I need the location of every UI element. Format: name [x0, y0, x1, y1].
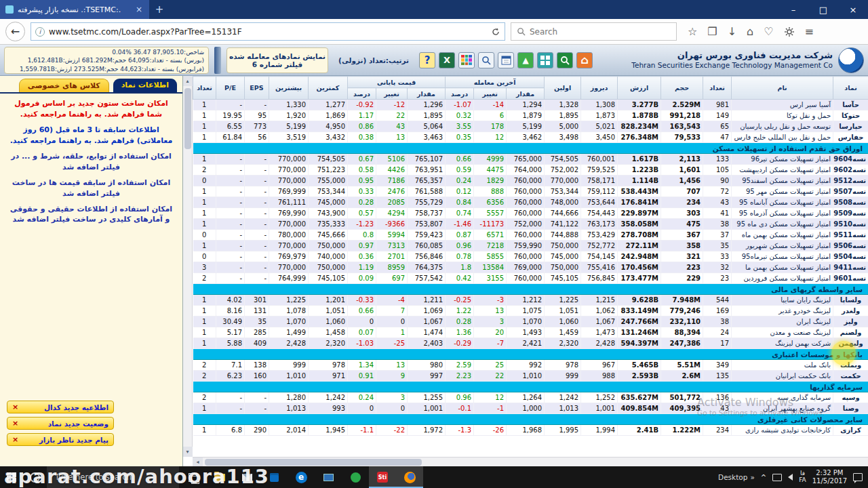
download-icon[interactable]: ↓ — [728, 26, 736, 37]
market-row[interactable]: 1--770,000750,0000.977313760,0850.967218… — [193, 241, 868, 251]
market-row[interactable]: 1--770,000754,5050.675106765,1070.664999… — [193, 154, 868, 165]
tab-close-icon[interactable]: × — [134, 5, 144, 14]
store-button[interactable] — [260, 466, 288, 488]
market-row[interactable]: 2--764,999745,1050.09697757,5420.4231557… — [193, 273, 868, 284]
tab-private-classes[interactable]: کلاس های خصوصی — [19, 79, 109, 92]
market-row[interactable]: 0--769,979740,0000.362701756,8460.785855… — [193, 251, 868, 262]
horizontal-scroll-thumb[interactable] — [205, 459, 422, 466]
market-row[interactable]: 16.557735,1994,9500.86435,0643.551785,19… — [193, 121, 868, 132]
column-header[interactable]: بیشترین — [269, 77, 309, 100]
column-header[interactable]: آخرین معامله — [446, 77, 545, 88]
column-header[interactable]: تعداد — [703, 77, 732, 100]
address-bar[interactable]: i www.tsetmc.com/Loader.aspx?ParTree=151… — [31, 22, 505, 41]
market-supervisor-message-button[interactable]: پیام جدید ناظر بازار × — [7, 433, 114, 446]
desktop-toolbar[interactable]: Desktop » — [718, 473, 755, 481]
symbol-cell[interactable]: تسه9512 — [833, 176, 868, 186]
market-row[interactable]: 2--1,2801,2420.2431,2550.96121,2641,2421… — [193, 392, 868, 403]
table-vertical-scrollbar[interactable]: ▴ ▾ — [183, 76, 193, 457]
green-app-button[interactable] — [342, 466, 369, 488]
column-header[interactable]: مقدار — [408, 88, 446, 100]
symbol-cell[interactable]: ولصنم — [833, 327, 868, 338]
market-row[interactable]: 119.95951,9201,8691.17221,8950.3261,8791… — [193, 110, 868, 121]
favorites-heart-icon[interactable]: ♡ — [764, 26, 773, 37]
hidden-icons-button[interactable]: ^ — [761, 474, 766, 481]
column-header[interactable]: درصد — [348, 88, 376, 100]
menu-icon[interactable]: ≡ — [805, 26, 814, 37]
firefox-button[interactable] — [396, 466, 423, 488]
scroll-left-icon[interactable]: ◂ — [193, 458, 203, 467]
dismiss-icon[interactable]: × — [12, 435, 18, 444]
column-header[interactable]: ارزش — [618, 77, 661, 100]
scroll-down-icon[interactable]: ▾ — [183, 447, 193, 457]
symbol-cell[interactable]: ولبهمن — [833, 338, 868, 349]
symbol-cell[interactable]: تسه9508 — [833, 197, 868, 208]
market-map-icon[interactable] — [458, 52, 475, 68]
scroll-up-icon[interactable]: ▴ — [183, 76, 193, 86]
table-horizontal-scrollbar[interactable]: ◂ — [193, 457, 868, 466]
column-header[interactable]: تغییر — [474, 88, 507, 100]
cortana-button[interactable] — [23, 466, 47, 488]
arrow-up-icon[interactable]: ▲ — [517, 52, 534, 68]
column-header[interactable]: تعداد — [193, 77, 216, 100]
market-row[interactable]: 1--770,000735,333-1.23-9366753,807-1.46-… — [193, 219, 868, 230]
symbol-cell[interactable]: حکمت — [833, 371, 868, 382]
pages-icon[interactable]: ❐ — [707, 26, 717, 37]
symbol-cell[interactable]: کرازی — [833, 425, 868, 436]
column-header[interactable]: نماد — [833, 77, 868, 100]
market-row[interactable]: 1--769,999753,3440.332476761,5880.128887… — [193, 186, 868, 197]
column-header[interactable]: کمترین — [309, 77, 348, 100]
symbol-cell[interactable]: تسه9509 — [833, 208, 868, 219]
recorder-app-button[interactable]: Sti — [369, 466, 396, 488]
symbol-cell[interactable]: حفارس — [833, 132, 868, 143]
column-header[interactable]: EPS — [245, 77, 269, 100]
symbol-cell[interactable]: حآسا — [833, 100, 868, 110]
start-button[interactable] — [0, 466, 23, 488]
browser-search-box[interactable] — [511, 22, 677, 41]
market-row[interactable]: 0--770,000755,0000.957186765,3570.241829… — [193, 176, 868, 186]
column-header[interactable]: حجم — [661, 77, 703, 100]
market-row[interactable]: 14.023011,2251,201-0.33-41,211-0.25-31,2… — [193, 295, 868, 306]
market-row[interactable]: 1--761,111745,0000.282085755,7290.846356… — [193, 197, 868, 208]
symbol-cell[interactable]: تسه9601 — [833, 273, 868, 284]
symbol-cell[interactable]: وبملت — [833, 360, 868, 371]
symbol-cell[interactable]: تسه9507 — [833, 186, 868, 197]
filter-search-icon[interactable] — [557, 52, 573, 68]
market-row[interactable]: 26.231601,0109710.9199972.23221,01099998… — [193, 371, 868, 382]
market-row[interactable]: 161.84563,5193,4320.38133,4630.35123,462… — [193, 132, 868, 143]
calendar-icon[interactable] — [498, 52, 514, 68]
browser-tab[interactable]: .:TSETMC:. نسخه بازار پیشرفته × — [0, 0, 149, 19]
action-center-icon[interactable] — [853, 473, 863, 481]
vertical-scroll-thumb[interactable] — [184, 88, 191, 149]
column-header[interactable]: اولین — [545, 77, 581, 100]
symbol-cell[interactable]: حتوکا — [833, 110, 868, 121]
column-header[interactable]: مقدار — [507, 88, 545, 100]
market-row[interactable]: 15.884092,4282,320-1.03-252,403-0.29-72,… — [193, 338, 868, 349]
column-header[interactable]: تغییر — [376, 88, 408, 100]
favorites-star-icon[interactable]: ☆ — [688, 26, 697, 37]
site-info-icon[interactable]: i — [35, 27, 45, 37]
task-view-button[interactable] — [179, 466, 206, 488]
symbol-cell[interactable]: تسه9510 — [833, 219, 868, 230]
tab-symbol-info[interactable]: اطلاعات نماد — [113, 79, 177, 92]
symbol-cell[interactable]: تسه9411 — [833, 262, 868, 273]
taskbar-search[interactable]: Type here to search — [47, 466, 179, 488]
market-row[interactable]: 130.49351,0701,060001,0670.2831,0701,060… — [193, 317, 868, 327]
market-row[interactable]: 2--770,000751,2230.584426763,9510.594475… — [193, 165, 868, 176]
watchlist-grid-icon[interactable] — [537, 52, 553, 68]
symbol-cell[interactable]: وصنا — [833, 403, 868, 414]
symbol-cell[interactable]: تسه9604 — [833, 154, 868, 165]
symbol-cell[interactable]: تسه9504 — [833, 251, 868, 262]
symbol-cell[interactable]: ولغدر — [833, 306, 868, 317]
edge-button[interactable]: e — [288, 466, 315, 488]
market-row[interactable]: 16.82902,0141,945-1.1-221,972-1.3-261,96… — [193, 425, 868, 436]
symbol-search-icon[interactable] — [478, 52, 494, 68]
codal-announcement-button[interactable]: اطلاعیه جدید کدال × — [7, 401, 114, 413]
titlebar-drag-area[interactable] — [170, 0, 778, 19]
symbol-cell[interactable]: تسه9506 — [833, 241, 868, 251]
market-row[interactable]: 0--780,000745,6660.85994759,4230.8765717… — [193, 230, 868, 241]
site-home-icon[interactable]: ⌂ — [576, 52, 593, 68]
symbol-cell[interactable]: تسه9511 — [833, 230, 868, 241]
mail-button[interactable] — [233, 466, 260, 488]
symbol-cell[interactable]: حپارسا — [833, 121, 868, 132]
symbol-cell[interactable]: تسه9602 — [833, 165, 868, 176]
